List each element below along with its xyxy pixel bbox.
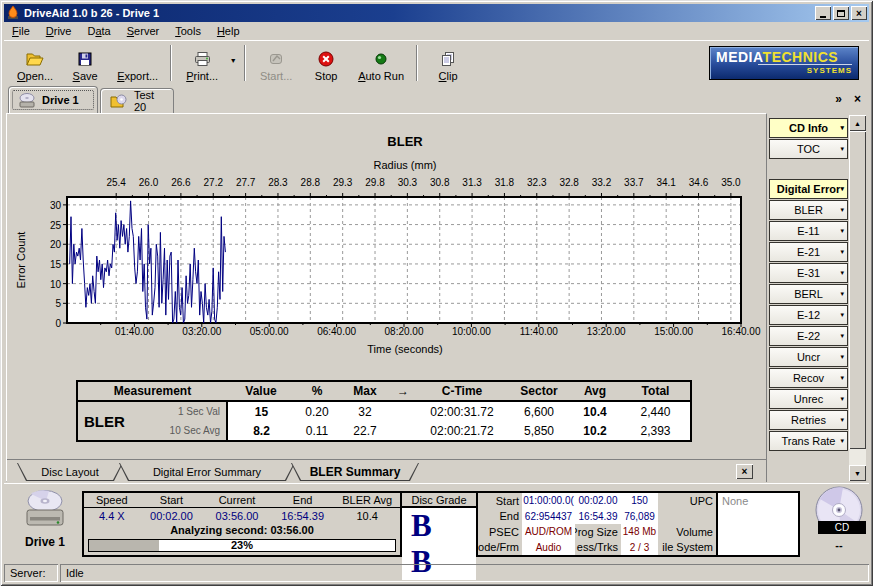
tab-bar: Drive 1 Test 20 » ×	[4, 86, 869, 113]
auto-run-icon	[373, 49, 389, 69]
chevron-down-icon: ▾	[840, 269, 844, 277]
sess-trks-value: 2 / 3	[621, 540, 658, 556]
pct-cell: 0.11	[295, 421, 339, 441]
maximize-button[interactable]	[833, 6, 849, 20]
scroll-up-icon: ▲	[854, 120, 861, 127]
start-col1: 01:00:00.0(	[522, 493, 575, 509]
tab-digital-error-summary[interactable]: Digital Error Summary	[119, 463, 295, 481]
sidebar-item-e22[interactable]: E-22▾	[769, 326, 848, 346]
sidebar-item-bler[interactable]: BLER▾	[769, 200, 848, 220]
menu-help[interactable]: Help	[209, 23, 248, 39]
axis-tick-label: 03:20.00	[182, 326, 221, 337]
tab-bler-summary[interactable]: BLER Summary	[291, 463, 419, 481]
chevron-down-icon: ▾	[840, 395, 844, 403]
clip-button[interactable]: Clip	[423, 43, 473, 83]
sidebar-item-cd-info[interactable]: CD Info▾	[769, 118, 848, 138]
menu-data[interactable]: Data	[79, 23, 118, 39]
title-bar[interactable]: DriveAid 1.0 b 26 - Drive 1 ×	[4, 4, 869, 22]
chart-page: BLER Radius (mm) 25.426.026.627.227.728.…	[6, 113, 767, 482]
sess-trks-label: ess/Trks	[575, 540, 621, 556]
col-pct: %	[295, 381, 339, 401]
cd-disc-icon: CD	[811, 485, 867, 539]
sidebar-item-e12[interactable]: E-12▾	[769, 305, 848, 325]
sidebar-item-toc[interactable]: TOC▾	[769, 139, 848, 159]
sidebar-item-recov[interactable]: Recov▾	[769, 368, 848, 388]
scroll-down-icon: ▼	[854, 470, 861, 477]
app-icon	[6, 6, 20, 20]
tab-scroll-button[interactable]: »	[835, 93, 842, 105]
start-value: 00:02.00	[140, 510, 204, 522]
volume-label: Volume	[658, 524, 716, 540]
logo-media: MEDIA	[716, 49, 763, 65]
axis-tick-label: 13:20.00	[587, 326, 626, 337]
axis-tick-label: 5	[35, 298, 61, 309]
chevron-down-icon: ▾	[840, 353, 844, 361]
stop-button[interactable]: Stop	[301, 43, 351, 83]
minimize-button[interactable]	[815, 6, 831, 20]
speed-header: Speed	[84, 494, 140, 506]
summary-close-button[interactable]: ×	[736, 464, 753, 479]
summary-tab-strip: Disc Layout Digital Error Summary BLER S…	[7, 459, 766, 482]
tab-test-20[interactable]: Test 20	[100, 88, 174, 113]
floppy-disk-icon	[77, 49, 93, 69]
tab-close-button[interactable]: ×	[854, 93, 861, 105]
drive-info-box: Speed Start Current End BLER Avg 4.4 X 0…	[82, 491, 800, 557]
auto-run-label: Auto Run	[358, 69, 404, 83]
sidebar-scrollbar[interactable]: ▲ ▼	[849, 115, 866, 481]
menu-server[interactable]: Server	[119, 23, 167, 39]
axis-tick-label: 34.6	[689, 177, 708, 188]
chevron-down-icon: ▾	[840, 311, 844, 319]
sidebar-item-digital-error[interactable]: Digital Error▾	[769, 179, 848, 199]
sidebar-item-retries[interactable]: Retries▾	[769, 410, 848, 430]
sidebar-item-e11[interactable]: E-11▾	[769, 221, 848, 241]
prog-size-value: 148 Mb	[621, 524, 658, 540]
save-button[interactable]: Save	[60, 43, 110, 83]
application-window: DriveAid 1.0 b 26 - Drive 1 × File Drive…	[0, 0, 873, 586]
sidebar-item-e31[interactable]: E-31▾	[769, 263, 848, 283]
logo-technics: TECHNICS	[763, 49, 839, 65]
tab-drive-1[interactable]: Drive 1	[8, 86, 98, 113]
current-header: Current	[203, 494, 271, 506]
open-label: Open...	[17, 69, 53, 83]
axis-tick-label: 20	[35, 239, 61, 250]
chevron-down-icon: ▾	[840, 248, 844, 256]
sidebar-item-e21[interactable]: E-21▾	[769, 242, 848, 262]
start-header: Start	[140, 494, 204, 506]
server-label: Server:	[4, 564, 58, 582]
print-button[interactable]: Print...	[177, 43, 227, 83]
col-sector: Sector	[509, 381, 569, 401]
tab-disc-layout[interactable]: Disc Layout	[17, 463, 123, 481]
upc-value-box: None	[716, 493, 798, 555]
close-button[interactable]: ×	[851, 6, 867, 20]
measurement-cell: BLER 1 Sec Val 10 Sec Avg	[77, 401, 227, 441]
axis-tick-label: 35.0	[721, 177, 740, 188]
menu-tools[interactable]: Tools	[167, 23, 209, 39]
print-dropdown-button[interactable]: ▼	[227, 43, 239, 83]
export-label: Export...	[117, 69, 158, 83]
menu-drive[interactable]: Drive	[38, 23, 80, 39]
radius-axis-ticks: 25.426.026.627.227.728.328.829.329.830.3…	[7, 177, 766, 189]
sidebar-item-uncr[interactable]: Uncr▾	[769, 347, 848, 367]
auto-run-button[interactable]: Auto Run	[351, 43, 411, 83]
arrow-cell	[391, 401, 415, 421]
prog-size-label: Prog Size	[575, 524, 621, 540]
open-button[interactable]: Open...	[10, 43, 60, 83]
axis-tick-label: 16:40.00	[722, 326, 761, 337]
axis-tick-label: 25.4	[106, 177, 125, 188]
end-header: End	[271, 494, 335, 506]
menu-file[interactable]: File	[4, 23, 38, 39]
server-status: Idle	[60, 564, 869, 582]
start-button[interactable]: Start...	[251, 43, 301, 83]
sidebar-item-berl[interactable]: BERL▾	[769, 284, 848, 304]
scroll-down-button[interactable]: ▼	[849, 465, 866, 481]
axis-tick-label: 15:00.00	[654, 326, 693, 337]
sidebar-item-trans-rate[interactable]: Trans Rate▾	[769, 431, 848, 451]
cd-band-label: CD	[818, 521, 866, 534]
export-button[interactable]: Export...	[110, 43, 165, 83]
scrollbar-thumb[interactable]	[849, 131, 866, 449]
scroll-up-button[interactable]: ▲	[849, 115, 866, 131]
end-col2: 16:54.39	[575, 509, 621, 525]
disc-grade-section: Disc Grade B B	[402, 493, 478, 555]
sidebar-item-unrec[interactable]: Unrec▾	[769, 389, 848, 409]
speed-stats-section: Speed Start Current End BLER Avg 4.4 X 0…	[84, 493, 402, 555]
